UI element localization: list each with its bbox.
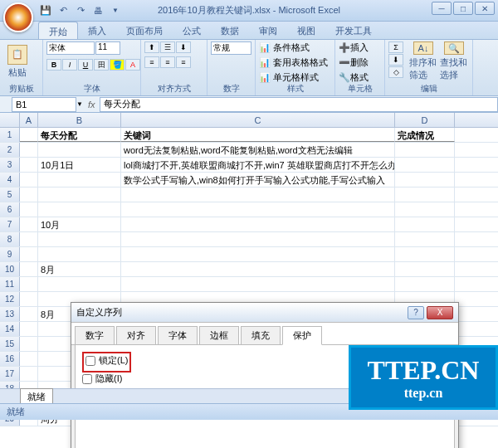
minimize-button[interactable]: ─ [432, 2, 452, 15]
print-icon[interactable]: 🖶 [90, 3, 105, 18]
cell[interactable] [20, 322, 38, 336]
cell[interactable] [38, 187, 121, 202]
cell[interactable] [121, 217, 395, 231]
cell[interactable] [121, 277, 395, 291]
border-button[interactable]: 田 [94, 59, 109, 71]
save-icon[interactable]: 💾 [38, 3, 53, 18]
cell[interactable]: 8月 [38, 262, 121, 276]
cell[interactable] [20, 128, 38, 142]
tab-insert[interactable]: 插入 [78, 22, 116, 39]
cell-styles-button[interactable]: 📊 单元格样式 [259, 71, 319, 84]
cell[interactable] [395, 247, 455, 261]
tab-view[interactable]: 视图 [287, 22, 325, 39]
cell[interactable] [20, 187, 38, 202]
cell[interactable] [20, 262, 38, 276]
undo-icon[interactable]: ↶ [56, 3, 71, 18]
close-button[interactable]: ✕ [475, 2, 495, 15]
cell[interactable] [121, 232, 395, 246]
cell[interactable] [20, 277, 38, 291]
dlg-tab-protect[interactable]: 保护 [282, 326, 322, 345]
lock-checkbox[interactable] [85, 356, 95, 366]
dlg-tab-font[interactable]: 字体 [158, 326, 198, 344]
cell[interactable] [395, 202, 455, 217]
cell[interactable] [395, 232, 455, 246]
cell[interactable] [20, 337, 38, 351]
row-header[interactable]: 3 [0, 158, 20, 172]
cell[interactable]: 关键词 [121, 128, 395, 142]
dlg-tab-fill[interactable]: 填充 [241, 326, 281, 344]
col-header-B[interactable]: B [38, 113, 121, 127]
col-header-C[interactable]: C [121, 113, 395, 127]
underline-button[interactable]: U [78, 59, 93, 71]
cell[interactable]: 10月 [38, 217, 121, 231]
align-left-button[interactable]: ≡ [144, 56, 159, 68]
cell[interactable] [38, 143, 121, 157]
fx-icon[interactable]: fx [88, 100, 95, 110]
cell[interactable] [395, 187, 455, 202]
cell[interactable] [20, 158, 38, 172]
cell[interactable] [38, 232, 121, 246]
delete-cells-button[interactable]: ➖删除 [339, 56, 369, 69]
row-header[interactable]: 13 [0, 307, 20, 321]
cell[interactable]: 完成情况 [395, 128, 455, 142]
row-header[interactable]: 1 [0, 128, 20, 142]
cell[interactable]: 每天分配 [38, 128, 121, 142]
align-bot-button[interactable]: ⬇ [176, 41, 191, 53]
hide-checkbox[interactable] [82, 374, 92, 384]
cell[interactable]: 数学公式手写输入,win8如何打开手写输入公式功能,手写公式输入 [121, 173, 395, 187]
align-mid-button[interactable]: ☰ [160, 41, 175, 53]
cell[interactable] [395, 143, 455, 157]
tab-home[interactable]: 开始 [38, 22, 78, 39]
cell[interactable] [395, 173, 455, 187]
cell[interactable] [395, 158, 455, 172]
tab-page-layout[interactable]: 页面布局 [116, 22, 173, 39]
cell[interactable] [121, 202, 395, 217]
paste-button[interactable]: 📋粘贴 [3, 41, 32, 81]
row-header[interactable]: 6 [0, 202, 20, 217]
sort-filter-button[interactable]: A↓排序和筛选 [409, 41, 437, 81]
row-header[interactable]: 8 [0, 232, 20, 246]
cell[interactable] [395, 262, 455, 276]
cell[interactable] [121, 187, 395, 202]
cell[interactable] [20, 143, 38, 157]
cell[interactable] [20, 367, 38, 381]
col-header-D[interactable]: D [395, 113, 455, 127]
fill-button[interactable]: ⬇ [388, 54, 403, 66]
cell[interactable] [121, 262, 395, 276]
cell[interactable] [20, 173, 38, 187]
cell[interactable] [20, 232, 38, 246]
cell[interactable] [20, 247, 38, 261]
bold-button[interactable]: B [46, 59, 61, 71]
sheet-tab[interactable]: 就绪 [20, 388, 53, 405]
dialog-help-button[interactable]: ? [408, 306, 424, 319]
font-size-select[interactable]: 11 [95, 41, 120, 55]
row-header[interactable]: 12 [0, 292, 20, 306]
dlg-tab-border[interactable]: 边框 [199, 326, 239, 344]
row-header[interactable]: 4 [0, 173, 20, 187]
row-header[interactable]: 11 [0, 277, 20, 291]
align-center-button[interactable]: ≡ [160, 56, 175, 68]
cell[interactable] [38, 173, 121, 187]
row-header[interactable]: 14 [0, 322, 20, 336]
select-all-corner[interactable] [0, 113, 20, 127]
tab-data[interactable]: 数据 [211, 22, 249, 39]
tab-review[interactable]: 审阅 [249, 22, 287, 39]
name-box[interactable]: B1 [12, 97, 76, 112]
lock-checkbox-label[interactable]: 锁定(L) [85, 354, 128, 367]
cell[interactable] [38, 277, 121, 291]
align-top-button[interactable]: ⬆ [144, 41, 159, 53]
formula-input[interactable]: 每天分配 [100, 97, 498, 112]
clear-button[interactable]: ◇ [388, 66, 403, 78]
cell[interactable] [395, 277, 455, 291]
cell[interactable] [20, 292, 38, 306]
cell[interactable]: word无法复制粘贴,word不能复制粘贴,word文档无法编辑 [121, 143, 395, 157]
row-header[interactable]: 5 [0, 187, 20, 202]
italic-button[interactable]: I [62, 59, 77, 71]
cell[interactable] [38, 202, 121, 217]
row-header[interactable]: 17 [0, 367, 20, 381]
cell[interactable] [20, 202, 38, 217]
col-header-A[interactable]: A [20, 113, 38, 127]
insert-cells-button[interactable]: ➕插入 [339, 41, 369, 54]
dialog-close-button[interactable]: X [427, 306, 453, 319]
dlg-tab-align[interactable]: 对齐 [116, 326, 156, 344]
